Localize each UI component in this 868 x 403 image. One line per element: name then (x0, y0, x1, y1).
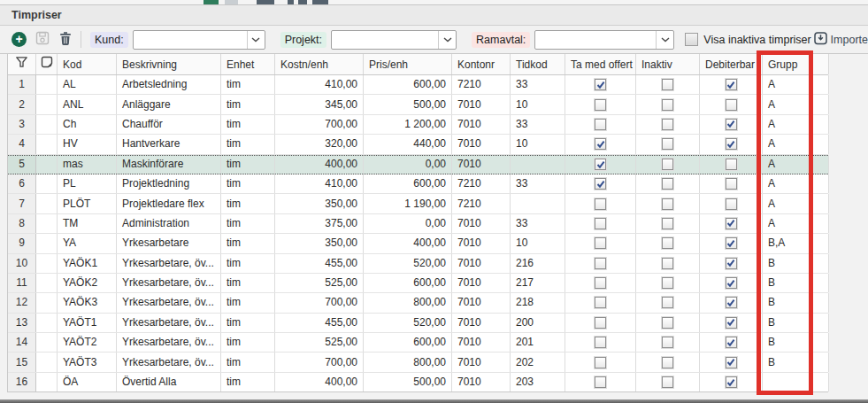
cell-ta-med-offert[interactable] (565, 373, 636, 391)
cell-inaktiv[interactable] (636, 333, 700, 352)
note-cell[interactable] (36, 174, 58, 193)
cell-pris-enh[interactable]: 800,00 (364, 353, 452, 371)
checkbox-ta-med-offert[interactable] (595, 159, 606, 170)
row-number-cell[interactable]: 7 (8, 194, 36, 213)
cell-beskrivning[interactable]: Anläggare (117, 95, 221, 113)
cell-kod[interactable]: TM (58, 214, 117, 233)
row-number-cell[interactable]: 15 (8, 353, 36, 371)
cell-enhet[interactable]: tim (221, 373, 275, 391)
cell-inaktiv[interactable] (636, 135, 700, 153)
checkbox-inaktiv[interactable] (662, 119, 673, 130)
cell-debiterbar[interactable] (700, 234, 763, 252)
cell-enhet[interactable]: tim (221, 75, 275, 94)
cell-beskrivning[interactable]: Yrkesarbetare, öv... (117, 274, 221, 292)
cell-kostn-enh[interactable]: 375,00 (275, 214, 364, 233)
cell-pris-enh[interactable]: 1 200,00 (364, 115, 452, 134)
table-row[interactable]: 3 Ch Chaufför tim 700,00 1 200,00 7010 3… (8, 115, 828, 135)
cell-pris-enh[interactable]: 500,00 (364, 95, 452, 113)
cell-ta-med-offert[interactable] (565, 75, 636, 94)
cell-pris-enh[interactable]: 520,00 (364, 254, 452, 273)
cell-kontonr[interactable]: 7010 (452, 156, 511, 174)
checkbox-debiterbar[interactable] (726, 237, 737, 249)
checkbox-debiterbar[interactable] (726, 357, 737, 368)
cell-debiterbar[interactable] (700, 214, 763, 233)
table-row[interactable]: 5 mas Maskinförare tim 400,00 0,00 7010 … (8, 155, 828, 174)
table-row[interactable]: 4 HV Hantverkare tim 320,00 440,00 7010 … (8, 135, 828, 154)
cell-kod[interactable]: YA (58, 234, 117, 252)
ramavtal-combobox[interactable] (534, 30, 674, 50)
cell-inaktiv[interactable] (636, 234, 700, 252)
cell-pris-enh[interactable]: 600,00 (364, 174, 452, 193)
cell-beskrivning[interactable]: Yrkesarbetare, öv... (117, 254, 221, 273)
cell-kostn-enh[interactable]: 455,00 (275, 254, 364, 273)
cell-kod[interactable]: mas (58, 156, 117, 174)
checkbox-ta-med-offert[interactable] (595, 317, 606, 329)
checkbox-inaktiv[interactable] (662, 258, 673, 269)
cell-kostn-enh[interactable]: 455,00 (275, 314, 364, 332)
cell-ta-med-offert[interactable] (565, 234, 636, 252)
cell-debiterbar[interactable] (700, 353, 763, 371)
cell-ta-med-offert[interactable] (565, 254, 636, 273)
cell-inaktiv[interactable] (636, 194, 700, 213)
cell-pris-enh[interactable]: 800,00 (364, 293, 452, 312)
cell-inaktiv[interactable] (636, 156, 700, 174)
cell-grupp[interactable]: B (763, 333, 829, 352)
cell-tidkod[interactable]: 10 (511, 234, 565, 252)
note-cell[interactable] (36, 373, 58, 391)
cell-kod[interactable]: ANL (58, 95, 117, 113)
cell-kostn-enh[interactable]: 345,00 (275, 95, 364, 113)
import-button[interactable]: Importe (813, 31, 868, 48)
checkbox-ta-med-offert[interactable] (595, 337, 606, 348)
cell-debiterbar[interactable] (700, 95, 763, 113)
checkbox-ta-med-offert[interactable] (595, 277, 606, 289)
cell-debiterbar[interactable] (700, 254, 763, 273)
column-header-pris-enh[interactable]: Pris/enh (364, 54, 452, 74)
cell-grupp[interactable]: B (763, 353, 829, 371)
checkbox-debiterbar[interactable] (726, 277, 737, 289)
cell-kostn-enh[interactable]: 350,00 (275, 194, 364, 213)
checkbox-debiterbar[interactable] (726, 218, 737, 229)
cell-beskrivning[interactable]: Hantverkare (117, 135, 221, 153)
cell-tidkod[interactable]: 218 (511, 293, 565, 312)
table-row[interactable]: 15 YAÖT3 Yrkesarbetare, öv... tim 700,00… (8, 353, 828, 372)
cell-pris-enh[interactable]: 500,00 (364, 373, 452, 391)
cell-kostn-enh[interactable]: 400,00 (275, 156, 364, 174)
cell-grupp[interactable]: A (763, 174, 829, 193)
cell-enhet[interactable]: tim (221, 234, 275, 252)
cell-grupp[interactable]: A (763, 95, 829, 113)
note-cell[interactable] (36, 194, 58, 213)
checkbox-debiterbar[interactable] (726, 79, 737, 90)
checkbox-inaktiv[interactable] (662, 99, 673, 111)
note-cell[interactable] (36, 214, 58, 233)
cell-ta-med-offert[interactable] (565, 274, 636, 292)
cell-grupp[interactable]: B (763, 314, 829, 332)
cell-pris-enh[interactable]: 600,00 (364, 274, 452, 292)
cell-tidkod[interactable]: 202 (511, 353, 565, 371)
checkbox-inaktiv[interactable] (662, 277, 673, 289)
note-cell[interactable] (36, 75, 58, 94)
note-cell[interactable] (36, 115, 58, 134)
table-row[interactable]: 9 YA Yrkesarbetare tim 350,00 400,00 701… (8, 234, 828, 253)
kund-combobox[interactable] (133, 30, 265, 50)
cell-tidkod[interactable]: 200 (511, 314, 565, 332)
cell-ta-med-offert[interactable] (565, 194, 636, 213)
cell-debiterbar[interactable] (700, 293, 763, 312)
checkbox-debiterbar[interactable] (726, 337, 737, 348)
checkbox-inaktiv[interactable] (662, 237, 673, 249)
row-number-cell[interactable]: 14 (8, 333, 36, 352)
cell-ta-med-offert[interactable] (565, 115, 636, 134)
checkbox-inaktiv[interactable] (662, 178, 673, 190)
cell-beskrivning[interactable]: Administration (117, 214, 221, 233)
cell-kontonr[interactable]: 7010 (452, 254, 511, 273)
cell-ta-med-offert[interactable] (565, 174, 636, 193)
checkbox-debiterbar[interactable] (726, 317, 737, 329)
row-number-cell[interactable]: 8 (8, 214, 36, 233)
cell-beskrivning[interactable]: Maskinförare (117, 156, 221, 174)
cell-kontonr[interactable]: 7010 (452, 314, 511, 332)
cell-tidkod[interactable]: 216 (511, 254, 565, 273)
cell-pris-enh[interactable]: 440,00 (364, 135, 452, 153)
cell-kontonr[interactable]: 7010 (452, 214, 511, 233)
cell-kostn-enh[interactable]: 525,00 (275, 274, 364, 292)
column-header-grupp[interactable]: Grupp (763, 54, 829, 74)
cell-ta-med-offert[interactable] (565, 333, 636, 352)
